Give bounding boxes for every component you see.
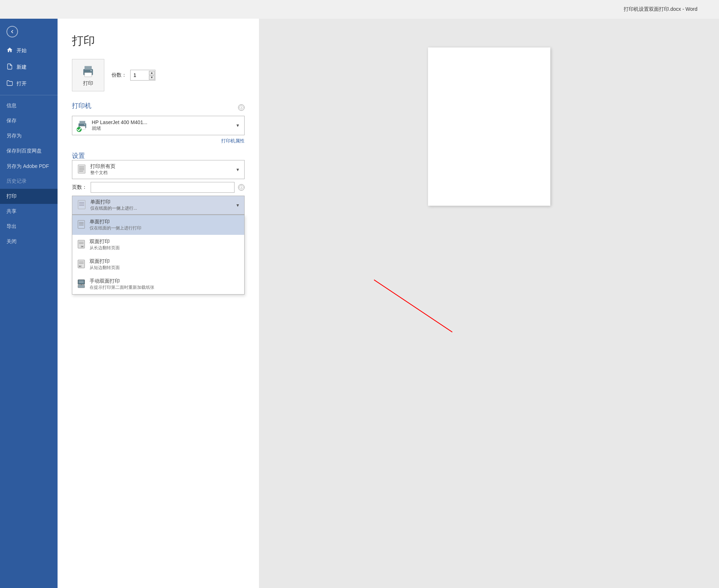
simplex-icon: [77, 220, 86, 230]
copies-spinners: ▲ ▼: [149, 71, 155, 80]
printer-text: HP LaserJet 400 M401... 就绪: [92, 119, 236, 132]
duplex-long-text: 双面打印 从长边翻转页面: [90, 238, 120, 251]
print-range-text: 打印所有页 整个文档: [90, 163, 236, 176]
open-icon: [6, 80, 13, 88]
duplex-dropdown[interactable]: 单面打印 仅在纸面的一侧上进行... ▼: [72, 196, 245, 215]
pages-info-icon[interactable]: ⓘ: [238, 184, 245, 191]
duplex-option-simplex[interactable]: 单面打印 仅在纸面的一侧上进行打印: [72, 215, 244, 235]
printer-info-row: 打印机 ⓘ: [72, 101, 245, 114]
duplex-option-short[interactable]: 双面打印 从短边翻转页面: [72, 255, 244, 274]
copies-row: 份数： ▲ ▼: [112, 70, 155, 81]
svg-rect-17: [78, 220, 85, 228]
preview-page: [428, 47, 550, 206]
printer-name: HP LaserJet 400 M401...: [92, 119, 236, 125]
sidebar-nav: 开始 新建 打开: [0, 42, 58, 92]
sidebar-item-new-label: 新建: [17, 64, 27, 70]
print-button-row: 打印 份数： ▲ ▼: [72, 59, 245, 91]
svg-rect-7: [84, 124, 85, 125]
title-text: 打印机设置双面打印.docx - Word: [624, 6, 697, 13]
duplex-active-icon: [77, 200, 87, 211]
printer-dropdown[interactable]: HP LaserJet 400 M401... 就绪 ▼: [72, 116, 245, 135]
sidebar-item-info[interactable]: 信息: [0, 98, 58, 113]
print-range-name: 打印所有页: [90, 163, 236, 170]
svg-line-45: [374, 280, 452, 332]
sidebar-item-export[interactable]: 导出: [0, 219, 58, 234]
sidebar-item-close[interactable]: 关闭: [0, 234, 58, 249]
printer-dropdown-arrow: ▼: [236, 123, 240, 128]
svg-rect-30: [78, 285, 85, 288]
duplex-short-text: 双面打印 从短边翻转页面: [90, 258, 120, 271]
printer-properties-link: 打印机属性: [72, 137, 245, 144]
copies-up-button[interactable]: ▲: [149, 71, 155, 75]
duplex-dropdown-arrow: ▼: [236, 203, 240, 208]
home-icon: [6, 47, 13, 55]
manual-duplex-icon: [77, 279, 86, 290]
sidebar-item-home-label: 开始: [17, 47, 27, 54]
svg-rect-1: [85, 66, 92, 70]
pages-row: 页数： ⓘ: [72, 182, 245, 193]
duplex-long-icon: [77, 240, 86, 250]
sidebar-item-save[interactable]: 保存: [0, 113, 58, 128]
pages-input[interactable]: [91, 182, 235, 193]
printer-info-icon[interactable]: ⓘ: [238, 104, 245, 111]
printer-section-title: 打印机: [72, 101, 238, 110]
sidebar-item-saveadobepdf[interactable]: 另存为 Adobe PDF: [0, 159, 58, 174]
printer-icon: [77, 119, 88, 132]
duplex-short-icon: [77, 259, 86, 270]
sidebar-item-saveas[interactable]: 另存为: [0, 128, 58, 143]
simplex-text: 单面打印 仅在纸面的一侧上进行打印: [90, 219, 141, 231]
print-range-icon: [77, 164, 87, 176]
svg-rect-8: [78, 165, 85, 173]
back-icon[interactable]: [6, 26, 18, 37]
duplex-active-name: 单面打印: [90, 199, 236, 205]
print-button-label: 打印: [83, 80, 93, 87]
duplex-active-text: 单面打印 仅在纸面的一侧上进行...: [90, 199, 236, 211]
manual-duplex-text: 手动双面打印 在提示打印第二面时重新加载纸张: [90, 278, 154, 291]
duplex-dropdown-popup: 单面打印 仅在纸面的一侧上进行打印: [72, 215, 245, 295]
print-title: 打印: [72, 33, 245, 49]
sidebar-item-new[interactable]: 新建: [0, 59, 58, 76]
settings-section: 设置 打印所有页 整个文档: [72, 151, 245, 268]
sidebar-item-home[interactable]: 开始: [0, 42, 58, 59]
svg-rect-2: [85, 73, 92, 77]
title-bar: 打印机设置双面打印.docx - Word: [0, 0, 719, 19]
new-icon: [6, 63, 13, 71]
sidebar-item-open-label: 打开: [17, 81, 27, 87]
print-button[interactable]: 打印: [72, 59, 104, 91]
printer-properties-anchor[interactable]: 打印机属性: [221, 138, 245, 143]
content-area: 打印 打印 份数： ▲: [58, 19, 719, 588]
copies-down-button[interactable]: ▼: [149, 76, 155, 80]
svg-rect-3: [91, 70, 92, 71]
back-button[interactable]: [0, 19, 58, 42]
sidebar-section: 信息 保存 另存为 保存到百度网盘 另存为 Adobe PDF 历史记录 打印 …: [0, 98, 58, 249]
sidebar-item-open[interactable]: 打开: [0, 76, 58, 92]
sidebar-item-share[interactable]: 共享: [0, 204, 58, 219]
preview-area: [259, 19, 719, 588]
duplex-container: 单面打印 仅在纸面的一侧上进行... ▼: [72, 196, 245, 215]
print-range-arrow: ▼: [236, 167, 240, 172]
svg-rect-13: [78, 200, 85, 209]
sidebar-item-history[interactable]: 历史记录: [0, 174, 58, 189]
settings-section-title: 设置: [72, 152, 85, 159]
svg-rect-29: [78, 280, 85, 284]
duplex-option-manual[interactable]: 手动双面打印 在提示打印第二面时重新加载纸张: [72, 274, 244, 294]
sidebar-item-savebaidu[interactable]: 保存到百度网盘: [0, 143, 58, 159]
sidebar-item-print[interactable]: 打印: [0, 189, 58, 204]
printer-status-dot: [77, 127, 82, 132]
copies-input-wrap: ▲ ▼: [130, 70, 155, 81]
duplex-option-long[interactable]: 双面打印 从长边翻转页面: [72, 235, 244, 255]
printer-section: 打印机 ⓘ: [72, 101, 245, 144]
pages-label: 页数：: [72, 184, 87, 191]
printer-status: 就绪: [92, 125, 236, 132]
print-range-detail: 整个文档: [90, 170, 236, 176]
print-range-dropdown[interactable]: 打印所有页 整个文档 ▼: [72, 160, 245, 179]
sidebar-divider: [0, 95, 58, 95]
app-body: 开始 新建 打开 信息 保存: [0, 19, 719, 588]
sidebar: 开始 新建 打开 信息 保存: [0, 19, 58, 588]
copies-label: 份数：: [112, 72, 127, 78]
print-panel: 打印 打印 份数： ▲: [58, 19, 259, 588]
duplex-active-detail: 仅在纸面的一侧上进行...: [90, 205, 236, 211]
